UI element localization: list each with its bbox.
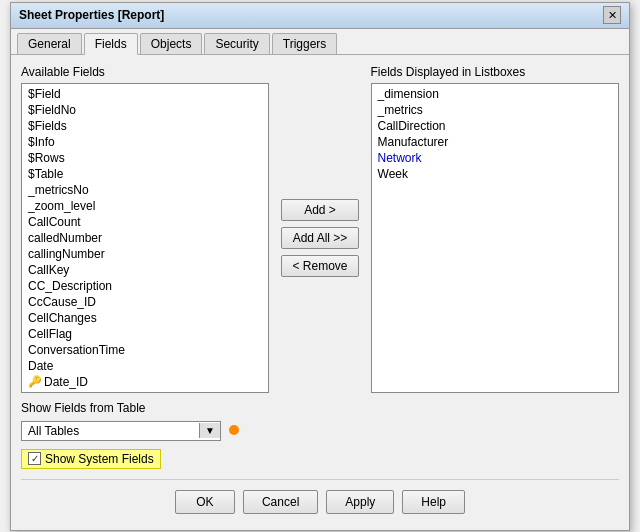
list-item[interactable]: CallKey <box>22 262 268 278</box>
list-item[interactable]: $Rows <box>22 150 268 166</box>
list-item[interactable]: Week <box>372 166 618 182</box>
add-button[interactable]: Add > <box>281 199 358 221</box>
apply-button[interactable]: Apply <box>326 490 394 514</box>
dot-indicator <box>229 424 243 438</box>
list-item[interactable]: callingNumber <box>22 246 268 262</box>
displayed-fields-label: Fields Displayed in Listboxes <box>371 65 619 79</box>
list-item[interactable]: CellChanges <box>22 310 268 326</box>
list-item[interactable]: CallDirection <box>372 118 618 134</box>
left-panel: Available Fields $Field $FieldNo $Fields… <box>21 65 269 393</box>
help-button[interactable]: Help <box>402 490 465 514</box>
ok-button[interactable]: OK <box>175 490 235 514</box>
list-item[interactable]: _metrics <box>372 102 618 118</box>
key-icon: 🔑 <box>28 375 42 388</box>
list-item[interactable]: $Fields <box>22 118 268 134</box>
main-layout: Available Fields $Field $FieldNo $Fields… <box>21 65 619 393</box>
tab-general[interactable]: General <box>17 33 82 54</box>
list-item[interactable]: Date <box>22 358 268 374</box>
list-item[interactable]: $Table <box>22 166 268 182</box>
system-fields-label: Show System Fields <box>45 452 154 466</box>
list-item[interactable]: $FieldNo <box>22 102 268 118</box>
list-item[interactable]: DateDay <box>22 390 268 393</box>
list-item[interactable]: CallCount <box>22 214 268 230</box>
list-item[interactable]: CC_Description <box>22 278 268 294</box>
show-fields-label: Show Fields from Table <box>21 401 146 415</box>
list-item[interactable]: calledNumber <box>22 230 268 246</box>
list-item[interactable]: _zoom_level <box>22 198 268 214</box>
list-item[interactable]: CcCause_ID <box>22 294 268 310</box>
tab-content: Available Fields $Field $FieldNo $Fields… <box>11 55 629 530</box>
table-dropdown-arrow[interactable]: ▼ <box>199 423 220 438</box>
list-item[interactable]: CellFlag <box>22 326 268 342</box>
system-fields-row: ✓ Show System Fields <box>21 449 161 469</box>
middle-buttons: Add > Add All >> < Remove <box>277 83 362 393</box>
footer-buttons: OK Cancel Apply Help <box>21 479 619 520</box>
list-item[interactable]: $Field <box>22 86 268 102</box>
bottom-section: Show Fields from Table All Tables ▼ ✓ Sh… <box>21 401 619 469</box>
title-bar: Sheet Properties [Report] ✕ <box>11 3 629 29</box>
list-item[interactable]: _metricsNo <box>22 182 268 198</box>
list-item[interactable]: ConversationTime <box>22 342 268 358</box>
list-item[interactable]: Network <box>372 150 618 166</box>
tab-objects[interactable]: Objects <box>140 33 203 54</box>
tab-security[interactable]: Security <box>204 33 269 54</box>
displayed-fields-list[interactable]: _dimension _metrics CallDirection Manufa… <box>371 83 619 393</box>
table-dropdown-container: All Tables ▼ <box>21 421 221 441</box>
close-button[interactable]: ✕ <box>603 6 621 24</box>
system-fields-checkbox[interactable]: ✓ <box>28 452 41 465</box>
main-window: Sheet Properties [Report] ✕ General Fiel… <box>10 2 630 531</box>
list-item[interactable]: $Info <box>22 134 268 150</box>
remove-button[interactable]: < Remove <box>281 255 358 277</box>
list-item[interactable]: 🔑Date_ID <box>22 374 268 390</box>
list-item[interactable]: _dimension <box>372 86 618 102</box>
right-panel: Fields Displayed in Listboxes _dimension… <box>371 65 619 393</box>
window-title: Sheet Properties [Report] <box>19 8 164 22</box>
add-all-button[interactable]: Add All >> <box>281 227 358 249</box>
cancel-button[interactable]: Cancel <box>243 490 318 514</box>
show-fields-row: Show Fields from Table <box>21 401 619 415</box>
available-fields-list[interactable]: $Field $FieldNo $Fields $Info $Rows $Tab… <box>21 83 269 393</box>
available-fields-label: Available Fields <box>21 65 269 79</box>
tab-fields[interactable]: Fields <box>84 33 138 55</box>
table-dropdown-value: All Tables <box>22 422 199 440</box>
list-item[interactable]: Manufacturer <box>372 134 618 150</box>
tab-triggers[interactable]: Triggers <box>272 33 338 54</box>
tab-bar: General Fields Objects Security Triggers <box>11 29 629 55</box>
